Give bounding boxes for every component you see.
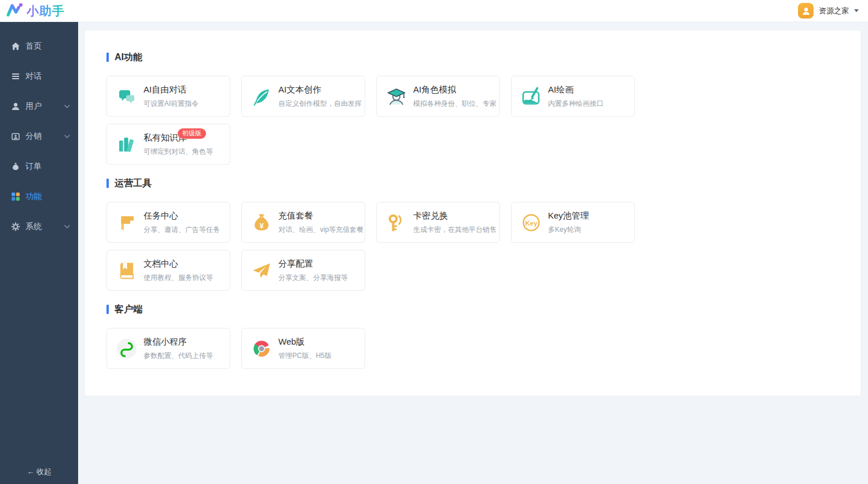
sidebar-item-dialogue[interactable]: 对话 — [0, 61, 78, 91]
section-title: AI功能 — [115, 53, 142, 62]
user-menu[interactable]: 资源之家 — [798, 3, 859, 19]
home-icon — [11, 42, 20, 51]
section-header-ops: 运营工具 — [106, 179, 839, 188]
sidebar-item-features[interactable]: 功能 — [0, 182, 78, 212]
painting-icon — [520, 85, 543, 108]
order-icon — [11, 162, 20, 171]
section-bar-icon — [106, 53, 109, 62]
card-subtitle: 使用教程、服务协议等 — [144, 273, 213, 283]
chat-bubbles-icon — [115, 85, 138, 108]
features-icon — [11, 192, 20, 201]
key-icon — [385, 211, 408, 234]
chrome-icon — [250, 337, 273, 360]
card-subtitle: 对话、绘画、vip等充值套餐 — [278, 225, 363, 235]
sidebar-item-label: 对话 — [25, 71, 42, 82]
card-subtitle: 可设置AI前置指令 — [144, 99, 198, 109]
chevron-down-icon — [64, 225, 70, 228]
section-bar-icon — [106, 179, 109, 188]
sidebar-nav: 首页 对话 用户 — [0, 22, 78, 242]
card-ai-text[interactable]: AI文本创作 自定义创作模型，自由发挥 — [241, 76, 365, 117]
version-badge: 初级版 — [178, 128, 206, 139]
card-subtitle: 多Key轮询 — [548, 225, 589, 235]
dialogue-icon — [11, 72, 20, 81]
card-web-version[interactable]: Web版 管理PC版、H5版 — [241, 328, 365, 369]
doc-book-icon — [115, 259, 138, 282]
sidebar-item-label: 功能 — [25, 191, 42, 202]
distribution-icon — [11, 132, 20, 141]
card-title: 卡密兑换 — [413, 210, 496, 221]
card-subtitle: 分享文案、分享海报等 — [278, 273, 348, 283]
section-header-clients: 客户端 — [106, 305, 839, 314]
section-title: 客户端 — [115, 305, 142, 314]
sidebar-item-system[interactable]: 系统 — [0, 212, 78, 242]
card-title: AI角色模拟 — [413, 84, 496, 95]
card-subtitle: 自定义创作模型，自由发挥 — [278, 99, 362, 109]
quill-icon — [250, 85, 273, 108]
avatar — [798, 3, 814, 19]
chevron-down-icon — [854, 9, 859, 12]
arrow-left-icon: ← — [27, 467, 34, 476]
svg-text:Key: Key — [525, 219, 538, 226]
card-subtitle: 参数配置、代码上传等 — [144, 351, 213, 361]
collapse-label: 收起 — [36, 467, 52, 476]
sidebar-item-label: 订单 — [25, 161, 42, 172]
card-grid-ops: 任务中心 分享、邀请、广告等任务 ¥ 充值套餐 对话、绘画、vip等充值套餐 — [106, 202, 650, 291]
miniprogram-icon — [115, 337, 138, 360]
svg-text:¥: ¥ — [259, 221, 264, 230]
card-subtitle: 可绑定到对话、角色等 — [144, 147, 213, 157]
sidebar-item-label: 用户 — [25, 101, 42, 112]
paper-plane-icon — [250, 259, 273, 282]
card-title: 任务中心 — [144, 210, 220, 221]
card-title: AI文本创作 — [278, 84, 362, 95]
card-ai-painting[interactable]: AI绘画 内置多种绘画接口 — [511, 76, 635, 117]
card-subtitle: 模拟各种身份、职位、专家 — [413, 99, 496, 109]
card-title: 充值套餐 — [278, 210, 363, 221]
section-header-ai: AI功能 — [106, 53, 839, 62]
card-share-config[interactable]: 分享配置 分享文案、分享海报等 — [241, 250, 365, 291]
moneybag-icon: ¥ — [250, 211, 273, 234]
sidebar-item-distribution[interactable]: 分销 — [0, 121, 78, 152]
app-logo[interactable]: 小助手 — [6, 2, 65, 20]
sidebar-item-label: 首页 — [25, 41, 42, 51]
key-pool-icon: Key — [520, 211, 543, 234]
card-title: 微信小程序 — [144, 337, 213, 348]
content-panel: AI功能 AI自由对话 可设置AI前置指令 — [85, 31, 860, 396]
sidebar-item-label: 系统 — [25, 221, 42, 232]
card-grid-clients: 微信小程序 参数配置、代码上传等 — [106, 328, 650, 369]
chevron-down-icon — [64, 105, 70, 108]
flag-icon — [115, 211, 138, 234]
card-subtitle: 管理PC版、H5版 — [278, 351, 332, 361]
card-title: Key池管理 — [548, 210, 589, 221]
card-subtitle: 内置多种绘画接口 — [548, 99, 604, 109]
card-wechat-miniprogram[interactable]: 微信小程序 参数配置、代码上传等 — [106, 328, 230, 369]
section-bar-icon — [106, 305, 109, 314]
main-area: AI功能 AI自由对话 可设置AI前置指令 — [78, 22, 868, 484]
user-icon — [11, 102, 20, 111]
card-doc-center[interactable]: 文档中心 使用教程、服务协议等 — [106, 250, 230, 291]
card-title: AI绘画 — [548, 84, 604, 95]
sidebar-collapse-button[interactable]: ← 收起 — [0, 467, 78, 477]
card-title: 分享配置 — [278, 258, 348, 269]
app-title: 小助手 — [27, 3, 65, 19]
graduate-icon — [385, 85, 408, 108]
card-ai-chat[interactable]: AI自由对话 可设置AI前置指令 — [106, 76, 230, 117]
card-subtitle: 分享、邀请、广告等任务 — [144, 225, 220, 235]
section-title: 运营工具 — [115, 179, 152, 188]
chevron-down-icon — [64, 135, 70, 138]
sidebar-item-users[interactable]: 用户 — [0, 91, 78, 121]
card-title: 文档中心 — [144, 258, 213, 269]
card-key-pool[interactable]: Key Key池管理 多Key轮询 — [511, 202, 635, 243]
sidebar-item-orders[interactable]: 订单 — [0, 152, 78, 182]
sidebar-item-label: 分销 — [25, 131, 42, 142]
card-grid-ai: AI自由对话 可设置AI前置指令 AI文本创作 自定义创作模型，自由发挥 — [106, 76, 650, 165]
sidebar-item-home[interactable]: 首页 — [0, 31, 78, 61]
card-recharge-packages[interactable]: ¥ 充值套餐 对话、绘画、vip等充值套餐 — [241, 202, 365, 243]
card-key-redeem[interactable]: 卡密兑换 生成卡密，在其他平台销售 — [376, 202, 500, 243]
card-ai-role[interactable]: AI角色模拟 模拟各种身份、职位、专家 — [376, 76, 500, 117]
system-gear-icon — [11, 222, 20, 231]
card-subtitle: 生成卡密，在其他平台销售 — [413, 225, 496, 235]
card-knowledge-base[interactable]: 私有知识库 可绑定到对话、角色等 初级版 — [106, 124, 230, 165]
books-icon — [115, 133, 138, 156]
card-task-center[interactable]: 任务中心 分享、邀请、广告等任务 — [106, 202, 230, 243]
ai-logo-mark-icon — [6, 2, 23, 20]
